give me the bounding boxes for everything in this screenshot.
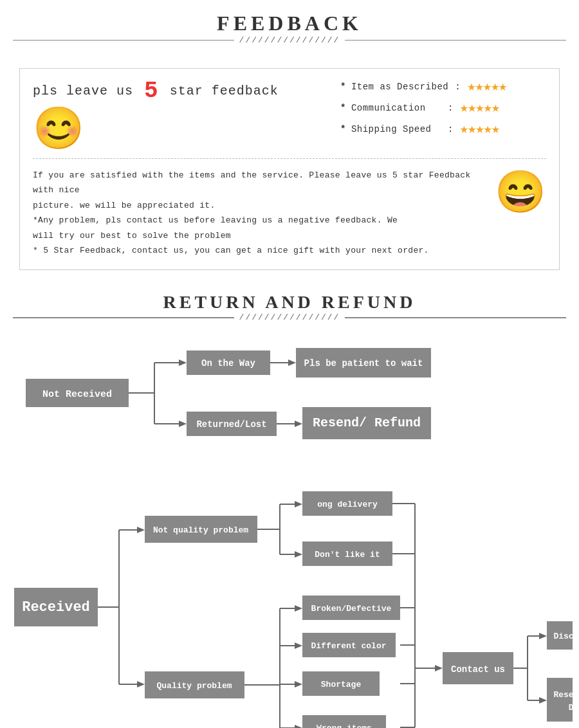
svg-text:Shortage: Shortage <box>321 680 362 689</box>
return-zigzag: //////////////// <box>239 313 340 322</box>
svg-text:Different color: Different color <box>311 641 386 651</box>
svg-marker-45 <box>295 605 302 612</box>
asterisk-3: * <box>340 124 346 134</box>
svg-marker-5 <box>179 359 187 366</box>
svg-text:Received: Received <box>22 599 90 615</box>
return-title: RETURN AND REFUND <box>0 292 579 313</box>
svg-marker-31 <box>295 501 302 507</box>
colon-3: : <box>448 124 454 134</box>
svg-text:Resend/ Refund: Resend/ Refund <box>313 415 421 430</box>
svg-marker-53 <box>295 681 302 687</box>
svg-marker-35 <box>295 551 302 558</box>
svg-text:ong delivery: ong delivery <box>317 500 378 509</box>
feedback-title: FEEDBACK <box>0 12 579 35</box>
svg-text:Quality problem: Quality problem <box>156 681 232 691</box>
divider-line-left <box>13 40 234 41</box>
svg-text:Contact us: Contact us <box>451 664 505 675</box>
svg-text:Discount/Gifts: Discount/Gifts <box>553 632 573 641</box>
rating-row-1: * Item as Described : ★★★★★ <box>340 78 506 95</box>
not-received-svg: Not Received On the Way Pls be patient t… <box>19 340 560 450</box>
rating-label-2: Communication <box>351 103 441 113</box>
feedback-left-top: pls leave us 5 star feedback 😊 <box>33 78 340 152</box>
colon-2: : <box>448 103 454 113</box>
body-line1: If you are satisfied with the items and … <box>33 168 482 198</box>
feedback-headline: pls leave us 5 star feedback <box>33 78 340 104</box>
svg-text:Returned/Lost: Returned/Lost <box>196 419 266 430</box>
body-line5: * 5 Star Feedback, contact us, you can g… <box>33 243 482 258</box>
feedback-body-row: If you are satisfied with the items and … <box>33 168 546 258</box>
feedback-divider: //////////////// <box>13 35 566 45</box>
svg-text:Broken/Defective: Broken/Defective <box>311 604 392 614</box>
return-title-section: RETURN AND REFUND //////////////// <box>0 282 579 334</box>
rating-row-2: * Communication : ★★★★★ <box>340 99 499 116</box>
svg-text:Discount: Discount <box>569 703 573 713</box>
svg-text:On the Way: On the Way <box>201 358 256 369</box>
svg-text:Not Received: Not Received <box>42 389 112 400</box>
rating-label-1: Item as Described <box>351 82 448 92</box>
headline-suffix: star feedback <box>170 84 279 98</box>
body-line4: will try our best to solve the problem <box>33 228 482 243</box>
return-divider-line-left <box>13 317 234 318</box>
svg-marker-66 <box>435 665 443 671</box>
return-chart-outer: Not Received On the Way Pls be patient t… <box>0 340 579 728</box>
colon-1: : <box>455 82 461 92</box>
svg-text:Pls be patient to wait: Pls be patient to wait <box>304 358 423 369</box>
not-received-chart: Not Received On the Way Pls be patient t… <box>19 340 560 453</box>
svg-text:Don't like it: Don't like it <box>315 550 380 560</box>
asterisk-2: * <box>340 103 346 113</box>
smiley-right: 😄 <box>495 174 546 215</box>
feedback-body-text: If you are satisfied with the items and … <box>33 168 482 258</box>
feedback-box: pls leave us 5 star feedback 😊 * Item as… <box>19 68 560 270</box>
smiley-left: 😊 <box>33 111 340 152</box>
svg-text:Not quality problem: Not quality problem <box>153 525 248 535</box>
feedback-top: pls leave us 5 star feedback 😊 * Item as… <box>33 78 546 159</box>
feedback-ratings: * Item as Described : ★★★★★ * Communicat… <box>340 78 546 138</box>
svg-text:Wrong items: Wrong items <box>317 723 372 728</box>
stars-2: ★★★★★ <box>460 99 499 116</box>
svg-marker-39 <box>137 681 145 687</box>
big-five-number: 5 <box>144 78 159 104</box>
svg-marker-17 <box>295 421 302 427</box>
svg-marker-72 <box>539 633 547 639</box>
body-line3: *Any problem, pls contact us before leav… <box>33 213 482 228</box>
feedback-title-section: FEEDBACK //////////////// <box>0 0 579 57</box>
svg-marker-57 <box>295 725 302 728</box>
asterisk-1: * <box>340 82 346 92</box>
stars-1: ★★★★★ <box>467 78 506 95</box>
received-svg: Received Not quality problem ong deliver… <box>13 472 573 728</box>
rating-label-3: Shipping Speed <box>351 124 441 134</box>
svg-marker-76 <box>539 697 547 704</box>
svg-text:Resend/Refund/: Resend/Refund/ <box>553 690 573 700</box>
received-chart: Received Not quality problem ong deliver… <box>13 472 566 728</box>
headline-prefix: pls leave us <box>33 84 133 98</box>
svg-rect-77 <box>547 678 573 722</box>
rating-row-3: * Shipping Speed : ★★★★★ <box>340 120 499 138</box>
return-divider-line-right <box>345 317 566 318</box>
return-divider: //////////////// <box>13 313 566 322</box>
zigzag-decoration: //////////////// <box>239 35 340 45</box>
svg-marker-25 <box>137 527 145 533</box>
feedback-body: If you are satisfied with the items and … <box>33 168 546 258</box>
page-container: FEEDBACK //////////////// pls leave us 5… <box>0 0 579 728</box>
divider-line-right <box>345 40 566 41</box>
stars-3: ★★★★★ <box>460 120 499 138</box>
svg-marker-9 <box>288 359 296 366</box>
svg-marker-49 <box>295 642 302 649</box>
body-line2: picture. we will be appreciated it. <box>33 198 482 213</box>
svg-marker-13 <box>179 421 187 427</box>
